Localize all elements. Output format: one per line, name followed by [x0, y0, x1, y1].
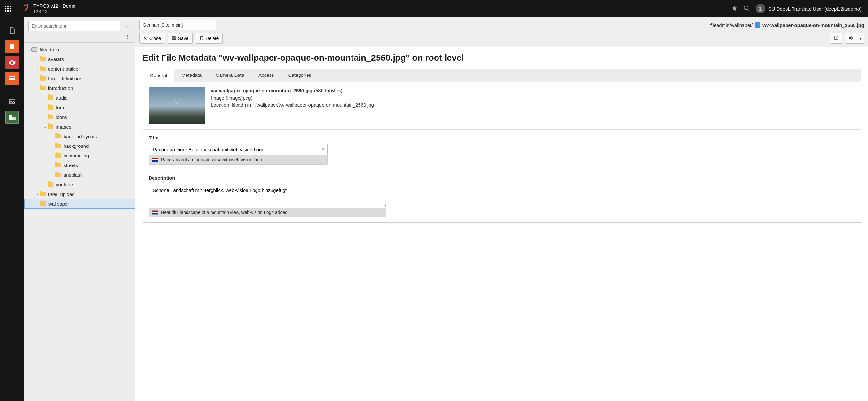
svg-point-21 [849, 37, 851, 38]
file-name: wv-wallpaper-opaque-on-mountain_2560.jpg [211, 88, 313, 93]
folder-icon [48, 182, 53, 187]
search-icon[interactable] [743, 5, 750, 12]
tree-search-input[interactable] [28, 21, 120, 31]
tree-item-content-builder[interactable]: ›content-builder [24, 64, 135, 74]
tree-item-form[interactable]: form [24, 103, 135, 112]
external-link-icon [834, 35, 839, 41]
storage-icon [31, 47, 37, 52]
tab-general[interactable]: General [143, 69, 174, 82]
share-dropdown-button[interactable]: ▼ [857, 33, 864, 44]
trash-icon [199, 36, 204, 41]
svg-line-10 [747, 9, 749, 10]
tree-item-backendlayouts[interactable]: backendlayouts [24, 132, 135, 141]
language-select[interactable]: German [Site: main] ⌄ [139, 20, 216, 30]
language-select-value: German [Site: main] [143, 23, 183, 28]
app-title: TYPO3 v12 - Demo [33, 3, 75, 9]
svg-rect-7 [7, 10, 9, 11]
file-thumbnail [149, 87, 205, 124]
svg-rect-18 [11, 117, 16, 120]
bookmark-icon[interactable] [731, 5, 738, 12]
tree-item-unsplash[interactable]: unsplash [24, 170, 135, 180]
svg-rect-15 [9, 99, 15, 104]
folder-icon [48, 95, 53, 100]
tree-item-avatars[interactable]: avatars [24, 54, 135, 64]
breadcrumb: fileadmin/wallpaper/ wv-wallpaper-opaque… [710, 22, 864, 28]
close-button[interactable]: ✕ Close [139, 33, 165, 44]
svg-rect-13 [9, 78, 16, 79]
breadcrumb-path[interactable]: fileadmin/wallpaper/ [710, 23, 753, 28]
chevron-down-icon: ⌄ [209, 23, 213, 28]
description-source-text: Beautiful landscape of a mountain view, … [161, 210, 288, 215]
module-page[interactable] [5, 24, 19, 37]
folder-icon [55, 153, 61, 158]
tabs: GeneralMetadataCamera DataAccessCategori… [143, 69, 861, 82]
tree-item-images[interactable]: ⌄images [24, 122, 135, 132]
tree-root[interactable]: ⌄fileadmin [24, 45, 135, 54]
folder-icon [55, 173, 61, 177]
tab-access[interactable]: Access [251, 69, 281, 82]
tree-item-introduction[interactable]: ⌄introduction [24, 83, 135, 93]
folder-icon [40, 201, 46, 206]
folder-icon [55, 163, 61, 167]
svg-rect-1 [7, 6, 9, 7]
tree-item-user_upload[interactable]: ›user_upload [24, 189, 135, 199]
share-button[interactable] [845, 33, 857, 44]
folder-icon [40, 66, 45, 71]
save-icon [172, 36, 176, 41]
topbar: TYPO3 v12 - Demo 12.4.12 SU DeepL Transl… [0, 0, 868, 17]
description-input[interactable] [149, 184, 386, 207]
open-new-window-button[interactable] [830, 33, 842, 44]
clear-title-button[interactable]: × [322, 146, 324, 152]
collapse-tree-button[interactable]: ‹ [122, 22, 131, 31]
tree-item-background[interactable]: background [24, 141, 135, 151]
file-tree-panel: ‹ ⋮ ⌄fileadminavatars›content-builderfor… [24, 17, 135, 401]
module-list[interactable] [5, 40, 19, 53]
save-button[interactable]: Save [167, 33, 193, 44]
breadcrumb-filename: wv-wallpaper-opaque-on-mountain_2560.jpg [763, 23, 864, 28]
description-translation-source: Beautiful landscape of a mountain view, … [149, 208, 386, 217]
svg-rect-12 [9, 76, 16, 77]
module-filelist[interactable] [5, 111, 19, 124]
tree-item-icons[interactable]: ›icons [24, 112, 135, 122]
svg-point-16 [10, 101, 11, 102]
title-input[interactable] [149, 144, 328, 155]
tree-item-streets[interactable]: streets [24, 160, 135, 170]
tree-options-button[interactable]: ⋮ [24, 31, 135, 42]
folder-icon [40, 57, 45, 61]
module-view[interactable] [5, 56, 19, 69]
title-source-text: Panorama of a mountain view with web-vis… [161, 157, 262, 162]
user-name: SU DeepL Translate User (deepl12ltsdemo) [769, 6, 862, 11]
module-file[interactable] [5, 94, 19, 108]
tab-camera-data[interactable]: Camera Data [209, 69, 251, 82]
flag-en-icon [152, 158, 158, 162]
tree-item-audio[interactable]: audio [24, 93, 135, 103]
share-icon [849, 35, 854, 41]
title-translation-source: Panorama of a mountain view with web-vis… [149, 155, 328, 165]
folder-icon [55, 134, 61, 139]
svg-point-11 [760, 7, 762, 9]
delete-button[interactable]: Delete [195, 33, 223, 44]
svg-rect-3 [5, 8, 6, 9]
file-type: Image (image/jpeg) [211, 94, 374, 102]
folder-icon [40, 76, 45, 81]
svg-rect-0 [5, 6, 6, 7]
file-location: fileadmin - /wallpaper/wv-wallpaper-opaq… [232, 102, 374, 108]
tree-item-form_definitions[interactable]: form_definitions [24, 74, 135, 83]
tree-item-wallpaper[interactable]: wallpaper [24, 199, 135, 208]
tab-metadata[interactable]: Metadata [174, 69, 209, 82]
svg-point-9 [744, 6, 748, 10]
svg-rect-4 [7, 8, 9, 9]
module-menu-toggle[interactable] [0, 0, 16, 17]
tree-item-customizing[interactable]: customizing [24, 151, 135, 160]
title-label: Title [149, 135, 855, 140]
tree-item-youtube[interactable]: youtube [24, 180, 135, 189]
folder-icon [40, 86, 45, 90]
file-image-icon [755, 22, 761, 28]
svg-rect-14 [9, 79, 16, 80]
tab-categories[interactable]: Categories [281, 69, 318, 82]
module-info[interactable] [5, 72, 19, 85]
file-location-label: Location: [211, 102, 230, 108]
user-menu[interactable]: SU DeepL Translate User (deepl12ltsdemo) [756, 4, 862, 13]
caret-down-icon: ▼ [859, 37, 862, 40]
description-label: Description [149, 175, 855, 180]
